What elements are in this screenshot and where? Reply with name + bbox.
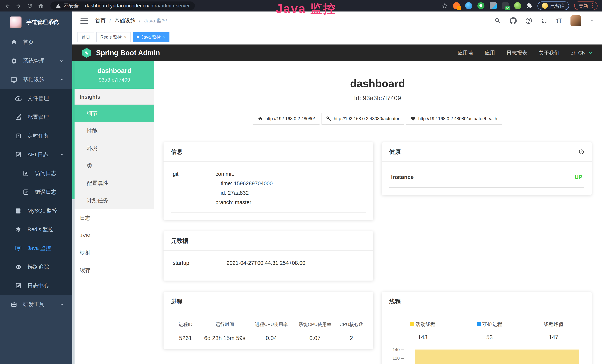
extension-grid-icon[interactable] xyxy=(490,2,497,9)
sidebar-item-system[interactable]: 系统管理 xyxy=(0,52,72,70)
back-icon[interactable] xyxy=(4,3,10,9)
sidebar-item-api-log[interactable]: API 日志 xyxy=(0,145,72,164)
sba-side-item-classes[interactable]: 类 xyxy=(75,157,154,174)
sidebar-item-home[interactable]: 首页 xyxy=(0,33,72,52)
sba-side-item-details[interactable]: 细节 xyxy=(75,105,154,122)
breadcrumb-item[interactable]: 基础设施 xyxy=(115,17,135,24)
sba-nav-applications[interactable]: 应用 xyxy=(485,49,495,56)
sba-side-item-logfile[interactable]: 日志 xyxy=(75,209,154,227)
breadcrumb-item[interactable]: 首页 xyxy=(95,17,106,24)
tab-label: Redis 监控 xyxy=(100,34,122,40)
process-col-header: 系统CPU使用率 xyxy=(293,321,337,327)
sidebar-item-java[interactable]: Java 监控 xyxy=(0,239,72,257)
insights-section-label[interactable]: Insights xyxy=(75,89,154,105)
forward-icon[interactable] xyxy=(16,3,22,9)
legend-label: 守护进程 xyxy=(482,321,502,328)
extensions-puzzle-icon[interactable] xyxy=(526,3,532,9)
sidebar-item-label: MySQL 监控 xyxy=(27,207,57,214)
home-nav-icon[interactable] xyxy=(38,3,44,9)
reload-icon[interactable] xyxy=(27,3,33,9)
sidebar-item-mysql[interactable]: MySQL 监控 xyxy=(0,201,72,220)
home-icon xyxy=(258,116,263,121)
actuator-url-button[interactable]: http://192.168.0.2:48080/actuator xyxy=(321,113,404,125)
timer-icon xyxy=(15,133,22,139)
address-bar[interactable]: 不安全 dashboard.yudao.iocoder.cn/infra/adm… xyxy=(50,1,195,10)
service-url-button[interactable]: http://192.168.0.2:48080/ xyxy=(253,113,320,125)
sidebar-item-trace[interactable]: 链路追踪 xyxy=(0,257,72,276)
sidebar-item-config[interactable]: 配置管理 xyxy=(0,108,72,127)
sba-side-item-configprops[interactable]: 配置属性 xyxy=(75,174,154,192)
sidebar-item-error-log[interactable]: 错误日志 xyxy=(0,183,72,201)
user-avatar[interactable] xyxy=(570,15,581,26)
sidebar-item-file[interactable]: 文件管理 xyxy=(0,89,72,108)
git-branch-line: branch: master xyxy=(215,199,273,205)
sba-language-select[interactable]: zh-CN xyxy=(571,50,593,56)
cards-row-2: 元数据 startup 2021-04-27T00:44:31.254+08:0… xyxy=(163,231,592,280)
process-card-title: 进程 xyxy=(171,298,183,305)
sba-side-item-metrics[interactable]: 性能 xyxy=(75,122,154,140)
sidebar-item-label: API 日志 xyxy=(27,151,48,158)
sba-nav-journal[interactable]: 日志报表 xyxy=(506,49,527,56)
history-icon[interactable] xyxy=(578,149,584,155)
extension-pin-icon[interactable] xyxy=(465,2,472,9)
extension-dark-icon[interactable]: on xyxy=(502,2,509,9)
instance-links: http://192.168.0.2:48080/ http://192.168… xyxy=(163,113,592,125)
tab-redis-monitor[interactable]: Redis 监控 × xyxy=(97,32,130,42)
sidebar-item-dev-tools[interactable]: 研发工具 xyxy=(0,295,72,314)
sba-side-item-scheduled[interactable]: 计划任务 xyxy=(75,192,154,209)
app-title: 芋道管理系统 xyxy=(26,19,59,26)
profile-paused-pill[interactable]: 已暂停 xyxy=(538,1,569,10)
health-row-label: Instance xyxy=(391,174,414,180)
browser-menu-icon[interactable] xyxy=(592,3,593,8)
cloud-upload-icon xyxy=(15,95,22,102)
sidebar-item-label: Redis 监控 xyxy=(27,226,54,233)
search-icon[interactable] xyxy=(494,17,501,24)
sidebar-item-label: 首页 xyxy=(23,39,34,46)
sidebar-item-log-center[interactable]: 日志中心 xyxy=(0,276,72,295)
scrollbar-thumb[interactable] xyxy=(72,61,75,199)
sidebar-item-job[interactable]: 定时任务 xyxy=(0,127,72,145)
sba-scrollbar[interactable] xyxy=(72,61,75,364)
sidebar-item-access-log[interactable]: 访问日志 xyxy=(0,164,72,183)
sba-side-item-env[interactable]: 环境 xyxy=(75,140,154,157)
close-icon[interactable]: × xyxy=(163,34,166,40)
update-button[interactable]: 更新 xyxy=(574,1,598,10)
system-cpu: 0.07 xyxy=(293,335,337,342)
sba-nav: 应用墙 应用 日志报表 关于我们 zh-CN xyxy=(458,49,593,56)
tab-label: 首页 xyxy=(81,34,90,40)
process-col-header: 运行时间 xyxy=(200,321,249,327)
tab-java-monitor[interactable]: Java 监控 × xyxy=(133,32,170,42)
sidebar-item-redis[interactable]: Redis 监控 xyxy=(0,220,72,239)
metadata-card: 元数据 startup 2021-04-27T00:44:31.254+08:0… xyxy=(163,231,373,280)
sidebar-item-label: 研发工具 xyxy=(23,301,44,308)
cards-row-3: 进程 进程ID 运行时间 进程CPU使用率 系统CPU使用率 CPU核心数 xyxy=(163,292,592,364)
instance-header[interactable]: dashboard 93a3fc7f7409 xyxy=(75,61,154,89)
tab-home[interactable]: 首页 xyxy=(77,32,94,42)
extension-green-y-icon[interactable] xyxy=(477,2,484,9)
health-url-button[interactable]: http://192.168.0.2:48080/actuator/health xyxy=(406,113,502,125)
github-icon[interactable] xyxy=(510,17,517,24)
sidebar-item-label: 系统管理 xyxy=(23,57,44,65)
sba-nav-about[interactable]: 关于我们 xyxy=(539,49,559,56)
sba-side-item-jvm[interactable]: JVM xyxy=(75,227,154,244)
edit-icon xyxy=(15,114,22,120)
bookmark-star-icon[interactable] xyxy=(442,3,448,9)
sba-nav-wallboard[interactable]: 应用墙 xyxy=(458,49,473,56)
sba-side-item-caches[interactable]: 缓存 xyxy=(75,262,154,279)
fullscreen-icon[interactable] xyxy=(541,17,548,24)
avatar-caret-icon[interactable] xyxy=(590,19,594,23)
sba-brand[interactable]: Spring Boot Admin xyxy=(81,47,160,58)
extension-leaf-icon[interactable] xyxy=(514,2,521,9)
sidebar-item-infra[interactable]: 基础设施 xyxy=(0,70,72,89)
screenshot-root: 不安全 dashboard.yudao.iocoder.cn/infra/adm… xyxy=(0,0,602,364)
info-card-title: 信息 xyxy=(171,148,183,156)
chevron-up-icon xyxy=(59,152,64,157)
sba-side-item-mappings[interactable]: 映射 xyxy=(75,244,154,262)
app-logo-row[interactable]: 芋道管理系统 xyxy=(0,11,72,33)
font-size-icon[interactable]: tT xyxy=(556,17,562,24)
cpu-cores: 2 xyxy=(337,335,366,342)
sidebar-toggle-icon[interactable] xyxy=(80,18,88,24)
help-icon[interactable] xyxy=(525,17,532,24)
extension-orange-icon[interactable]: 1 xyxy=(453,2,460,9)
close-icon[interactable]: × xyxy=(124,34,127,40)
